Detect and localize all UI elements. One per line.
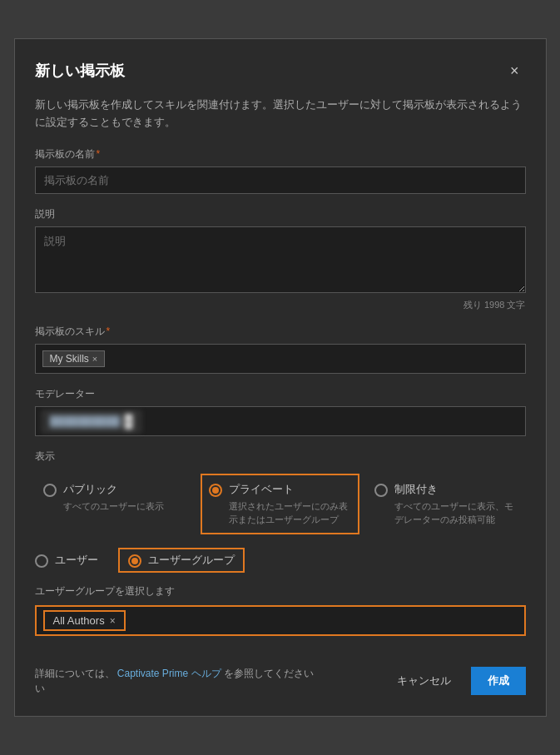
radio-user xyxy=(35,554,48,568)
user-group-text-input[interactable] xyxy=(131,614,518,627)
radio-public xyxy=(43,484,57,497)
skills-text-input[interactable] xyxy=(110,353,518,365)
modal-header: 新しい掲示板 × xyxy=(35,59,526,83)
close-button[interactable]: × xyxy=(503,59,526,83)
user-group-tag-text: All Authors xyxy=(53,614,105,627)
user-type-user-label: ユーザー xyxy=(55,553,98,568)
visibility-label: 表示 xyxy=(35,450,526,464)
required-mark: * xyxy=(97,148,101,160)
modal-description: 新しい掲示板を作成してスキルを関連付けます。選択したユーザーに対して掲示板が表示… xyxy=(35,97,526,132)
modal-title: 新しい掲示板 xyxy=(35,61,125,81)
skills-tag-input[interactable]: My Skills × xyxy=(35,344,526,374)
user-group-input-container[interactable]: All Authors × xyxy=(35,605,526,636)
user-group-tag-remove[interactable]: × xyxy=(110,615,116,627)
modal-dialog: 新しい掲示板 × 新しい掲示板を作成してスキルを関連付けます。選択したユーザーに… xyxy=(14,38,547,717)
user-type-usergroup-label: ユーザーグループ xyxy=(148,553,235,568)
modal-overlay: 新しい掲示板 × 新しい掲示板を作成してスキルを関連付けます。選択したユーザーに… xyxy=(0,0,560,755)
description-label: 説明 xyxy=(35,207,526,221)
moderator-text-input[interactable] xyxy=(146,415,518,428)
moderator-label: モデレーター xyxy=(35,387,526,401)
moderator-tag: ██████████ × xyxy=(42,411,141,432)
visibility-public-title: パブリック xyxy=(63,482,186,497)
visibility-option-content-private: プライベート 選択されたユーザーにのみ表示またはユーザーグループ xyxy=(229,482,351,526)
visibility-options: パブリック すべてのユーザーに表示 プライベート 選択されたユーザーにのみ表示ま… xyxy=(35,474,526,534)
visibility-restricted-title: 制限付き xyxy=(394,482,517,497)
skill-tag-myskills: My Skills × xyxy=(42,350,106,367)
visibility-option-content-restricted: 制限付き すべてのユーザーに表示、モデレーターのみ投稿可能 xyxy=(394,482,517,526)
char-count: 残り 1998 文字 xyxy=(35,299,526,311)
skills-group: 掲示板のスキル* My Skills × xyxy=(35,325,526,374)
moderator-tag-remove[interactable]: × xyxy=(124,414,134,430)
description-group: 説明 残り 1998 文字 xyxy=(35,207,526,311)
skill-tag-remove[interactable]: × xyxy=(92,355,97,364)
help-link[interactable]: Captivate Prime ヘルプ xyxy=(117,668,221,679)
visibility-option-restricted[interactable]: 制限付き すべてのユーザーに表示、モデレーターのみ投稿可能 xyxy=(366,474,525,534)
footer-actions: キャンセル 作成 xyxy=(387,667,526,695)
radio-restricted xyxy=(374,484,388,497)
board-name-group: 掲示板の名前* xyxy=(35,147,526,194)
skills-label: 掲示板のスキル* xyxy=(35,325,526,339)
user-type-usergroup[interactable]: ユーザーグループ xyxy=(118,548,245,573)
user-group-tag-allauthors: All Authors × xyxy=(43,610,126,631)
user-group-select-group: ユーザーグループを選択します All Authors × xyxy=(35,584,526,636)
visibility-option-public[interactable]: パブリック すべてのユーザーに表示 xyxy=(35,474,194,521)
modal-footer: 詳細については、 Captivate Prime ヘルプ を参照してください い… xyxy=(35,653,526,696)
skills-required-mark: * xyxy=(107,325,111,337)
board-name-label: 掲示板の名前* xyxy=(35,147,526,161)
visibility-section: 表示 パブリック すべてのユーザーに表示 プライベート 選択されたユーザーにのみ… xyxy=(35,450,526,534)
moderator-tag-input[interactable]: ██████████ × xyxy=(35,406,526,436)
footer-help-text: 詳細については、 Captivate Prime ヘルプ を参照してください い xyxy=(35,666,314,696)
moderator-group: モデレーター ██████████ × xyxy=(35,387,526,436)
radio-usergroup xyxy=(128,554,141,568)
create-button[interactable]: 作成 xyxy=(471,667,526,695)
user-type-user[interactable]: ユーザー xyxy=(35,553,98,568)
visibility-option-content-public: パブリック すべてのユーザーに表示 xyxy=(63,482,186,513)
user-type-section: ユーザー ユーザーグループ xyxy=(35,548,526,573)
visibility-public-desc: すべてのユーザーに表示 xyxy=(63,500,186,513)
visibility-option-private[interactable]: プライベート 選択されたユーザーにのみ表示またはユーザーグループ xyxy=(201,474,359,534)
user-group-section-label: ユーザーグループを選択します xyxy=(35,584,526,599)
radio-private xyxy=(209,484,222,497)
visibility-restricted-desc: すべてのユーザーに表示、モデレーターのみ投稿可能 xyxy=(394,500,517,526)
board-name-input[interactable] xyxy=(35,166,526,194)
visibility-private-title: プライベート xyxy=(229,482,351,497)
cancel-button[interactable]: キャンセル xyxy=(387,667,461,695)
description-textarea[interactable] xyxy=(35,226,526,293)
visibility-private-desc: 選択されたユーザーにのみ表示またはユーザーグループ xyxy=(229,500,351,526)
